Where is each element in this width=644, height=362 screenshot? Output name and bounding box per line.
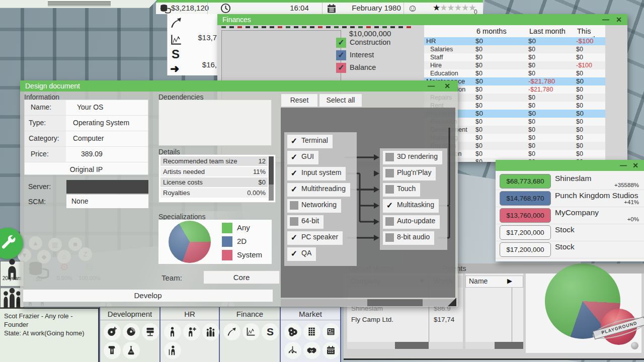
feature-item[interactable]: ✓Multithreading xyxy=(287,183,350,197)
type-field[interactable]: Operating System xyxy=(66,116,148,131)
legend-checkbox[interactable]: ✓ xyxy=(336,50,346,60)
stock-row[interactable]: $14,768,970 Punch Kingdom Studios +41% xyxy=(496,190,644,207)
star-rating[interactable]: ★★★★★★ xyxy=(433,3,476,14)
people-icon[interactable] xyxy=(202,323,219,340)
original-ip-button[interactable]: Original IP xyxy=(25,162,148,177)
develop-button[interactable]: Develop xyxy=(23,289,273,302)
col-header[interactable]: 6 months xyxy=(476,27,507,35)
team-button[interactable]: Core xyxy=(203,270,280,284)
feature-item[interactable]: 8-bit audio xyxy=(383,231,434,245)
unchecked-box[interactable] xyxy=(385,153,394,161)
scrollbar-handle[interactable] xyxy=(495,342,523,349)
legend-item[interactable]: ✓ Interest xyxy=(336,50,417,62)
server-field[interactable] xyxy=(66,180,148,194)
feature-item[interactable]: ✓GUI xyxy=(287,151,318,164)
newspaper-icon[interactable] xyxy=(323,323,340,340)
close-button[interactable]: ✕ xyxy=(631,160,640,170)
minimize-button[interactable]: — xyxy=(619,160,628,170)
stock-amount-button[interactable]: $68,773,680 xyxy=(500,174,551,189)
finance-row[interactable]: Salaries $0 $0 $0 xyxy=(424,45,605,53)
stock-amount-button[interactable]: $14,768,970 xyxy=(500,191,551,206)
details-scrollbar[interactable] xyxy=(269,156,274,201)
stock-row[interactable]: $68,773,680 Shineslam +35588% xyxy=(496,173,644,190)
share-row[interactable]: Fly Camp Ltd. $17,74 xyxy=(347,316,463,326)
scroll-icon[interactable] xyxy=(104,342,121,359)
unchecked-box[interactable] xyxy=(385,185,394,194)
price-field[interactable]: 389.09 xyxy=(66,147,148,162)
checked-icon[interactable]: ✓ xyxy=(290,249,298,258)
feature-item[interactable]: Networking xyxy=(287,199,341,213)
flask-icon[interactable] xyxy=(123,342,140,359)
discs-icon[interactable] xyxy=(284,323,301,340)
legend-item[interactable]: ✓ Construction xyxy=(336,37,417,49)
unchecked-box[interactable] xyxy=(290,217,298,226)
finance-row[interactable]: Education $0 $0 $0 xyxy=(424,69,605,77)
checked-icon[interactable]: ✓ xyxy=(290,233,298,242)
product-name-field[interactable]: Your OS xyxy=(66,100,148,115)
finance-row[interactable]: Hire $0 $0 -$100 xyxy=(424,61,605,69)
person-icon[interactable] xyxy=(164,323,181,340)
category-field[interactable]: Computer xyxy=(66,131,148,146)
dependencies-box[interactable] xyxy=(158,100,272,146)
scrollbar-handle[interactable] xyxy=(367,299,423,306)
grid-building-icon[interactable] xyxy=(303,323,320,340)
col-header[interactable]: Last month xyxy=(529,27,566,35)
legend-item[interactable]: ✓ Balance xyxy=(336,62,417,74)
top-menu-handle[interactable] xyxy=(0,0,157,8)
feature-item[interactable]: ✓PC speaker xyxy=(287,231,343,245)
stock-amount-button[interactable]: $17,200,000 xyxy=(500,225,551,240)
handshake-icon[interactable] xyxy=(303,342,320,359)
resize-handle-icon[interactable] xyxy=(448,298,456,306)
legend-checkbox[interactable]: ✓ xyxy=(336,38,346,48)
unchecked-box[interactable] xyxy=(385,169,394,177)
disc-plus-icon[interactable] xyxy=(104,323,121,340)
feature-item[interactable]: ✓Multitasking xyxy=(383,199,439,213)
shares-hscrollbar[interactable] xyxy=(347,342,463,349)
minimize-button[interactable]: — xyxy=(601,15,610,25)
line-chart-icon[interactable] xyxy=(170,33,183,46)
close-button[interactable]: ✕ xyxy=(614,15,623,25)
dollar-icon[interactable]: S xyxy=(172,47,180,61)
stocks-titlebar[interactable]: — ✕ xyxy=(496,160,644,171)
expand-arrow-icon[interactable]: ▶ xyxy=(507,277,512,285)
feature-item[interactable]: Auto-update xyxy=(383,215,440,229)
finances-titlebar[interactable]: Finances — ✕ xyxy=(217,14,627,25)
unchecked-box[interactable] xyxy=(385,233,394,242)
stock-amount-button[interactable]: $17,200,000 xyxy=(500,242,551,257)
feature-item[interactable]: Plug'n'Play xyxy=(383,167,436,180)
legend-checkbox[interactable]: ✓ xyxy=(336,63,346,73)
checked-icon[interactable]: ✓ xyxy=(290,153,298,161)
calendar-grid-icon[interactable] xyxy=(323,342,340,359)
feature-item[interactable]: Touch xyxy=(383,183,420,197)
checked-icon[interactable]: ✓ xyxy=(385,201,394,210)
finance-row[interactable]: Staff $0 $0 $0 xyxy=(424,53,605,61)
split-arrows-icon[interactable] xyxy=(284,342,301,359)
stock-row[interactable]: $17,200,000 Stock xyxy=(496,224,644,241)
close-button[interactable]: ✕ xyxy=(443,81,452,91)
finance-row[interactable]: HR $0 $0 -$100 xyxy=(424,37,605,45)
dollar-icon[interactable]: S xyxy=(262,323,279,340)
trend-arrow-icon[interactable] xyxy=(170,16,183,29)
feature-item[interactable]: 64-bit xyxy=(287,215,324,229)
stock-row[interactable]: $13,760,000 MyCompany +0% xyxy=(496,207,644,224)
feature-item[interactable]: ✓QA xyxy=(287,247,316,261)
feature-item[interactable]: ✓Input system xyxy=(287,167,346,180)
line-chart-icon[interactable] xyxy=(243,323,260,340)
patents-hscrollbar[interactable] xyxy=(465,342,523,349)
disc-icon[interactable] xyxy=(123,323,140,340)
feature-item[interactable]: 3D rendering xyxy=(383,151,442,164)
arrow-right-icon[interactable]: ➜ xyxy=(170,62,179,75)
unchecked-box[interactable] xyxy=(385,217,394,226)
scrollbar-handle[interactable] xyxy=(269,156,274,185)
reset-button[interactable]: Reset xyxy=(281,94,318,107)
design-titlebar[interactable]: Design document — ✕ xyxy=(20,80,458,92)
trend-arrow-icon[interactable] xyxy=(223,323,240,340)
patents-header-row[interactable]: Name ▶ xyxy=(465,276,523,288)
canvas-hscrollbar[interactable] xyxy=(281,299,455,306)
select-all-button[interactable]: Select all xyxy=(319,94,362,107)
scrollbar-handle[interactable] xyxy=(395,342,429,349)
person-cane-icon[interactable] xyxy=(164,342,181,359)
checked-icon[interactable]: ✓ xyxy=(290,169,298,177)
checked-icon[interactable]: ✓ xyxy=(290,185,298,194)
minimize-button[interactable]: — xyxy=(427,81,436,91)
